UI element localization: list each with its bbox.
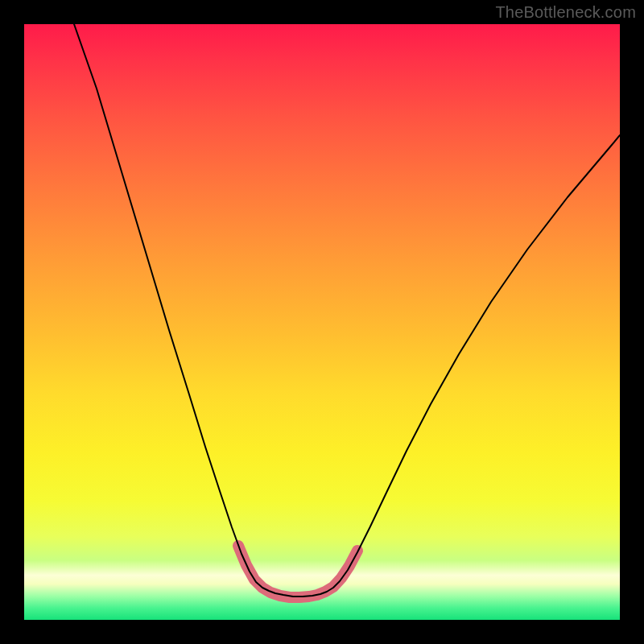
plot-area [24,24,620,620]
highlight-band [238,546,357,597]
curve-layer [24,24,620,620]
main-curve [74,24,620,597]
watermark-text: TheBottleneck.com [495,3,636,22]
chart-frame: TheBottleneck.com [0,0,644,644]
